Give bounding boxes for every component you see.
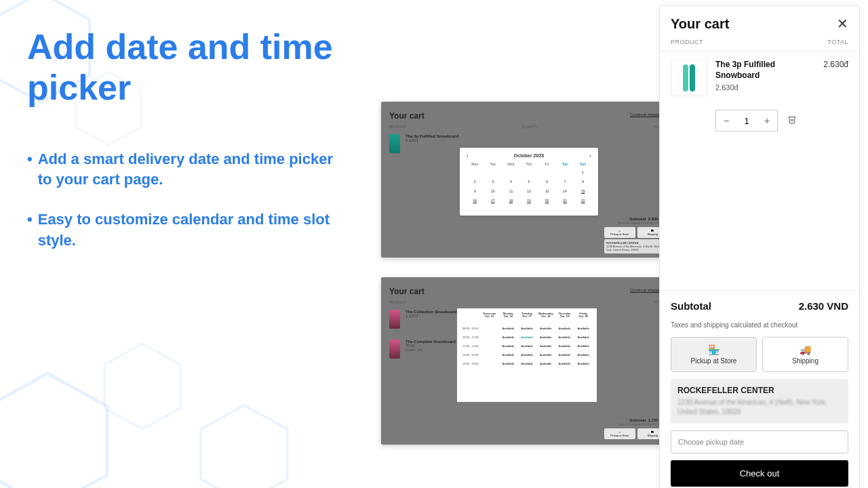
trash-icon[interactable] — [787, 115, 797, 127]
th-product: PRODUCT — [671, 39, 703, 45]
bullet-text: Add a smart delivery date and time picke… — [38, 149, 339, 191]
store-name: ROCKEFELLER CENTER — [677, 386, 842, 395]
quantity-stepper: − 1 + — [715, 110, 778, 131]
qty-minus-button[interactable]: − — [716, 110, 736, 131]
page-headline: Add date and time picker — [27, 27, 380, 108]
product-image — [671, 60, 707, 96]
product-thumb — [389, 340, 400, 359]
product-price: 2.630đ — [715, 83, 815, 92]
subtotal-label: Subtotal — [671, 300, 711, 312]
bullet-item: •Easy to customize calendar and time slo… — [27, 209, 339, 251]
qty-value: 1 — [736, 116, 757, 126]
truck-icon: 🚚 — [766, 344, 845, 355]
cart-title: Your cart — [671, 16, 729, 32]
timeslot-popup: 08:00 - 10:0010:00 - 12:0012:00 - 14:001… — [457, 308, 597, 402]
bullet-list: •Add a smart delivery date and time pick… — [27, 149, 339, 251]
svg-marker-3 — [104, 344, 180, 429]
bullet-item: •Add a smart delivery date and time pick… — [27, 149, 339, 191]
shipping-option[interactable]: 🚚Shipping — [762, 337, 848, 372]
svg-marker-2 — [0, 373, 107, 488]
store-info: ROCKEFELLER CENTER 1230 Avenue of the Am… — [671, 379, 848, 424]
pickup-date-input[interactable]: Choose pickup date — [671, 430, 848, 453]
store-address: 1230 Avenue of the Americas, 4 (Nwfl), N… — [677, 398, 842, 417]
preview-timeslots: Your cart Continue shopping PRODUCTTOTAL… — [381, 277, 672, 445]
qty-plus-button[interactable]: + — [757, 110, 777, 131]
cart-panel: Your cart ✕ PRODUCTTOTAL The 3p Fulfille… — [659, 5, 860, 488]
pickup-option[interactable]: 🏪Pickup at Store — [671, 337, 757, 372]
store-icon: 🏪 — [674, 344, 753, 355]
close-icon[interactable]: ✕ — [837, 16, 848, 32]
tax-note: Taxes and shipping calculated at checkou… — [660, 321, 859, 337]
product-name: The 3p Fulfilled Snowboard — [715, 60, 815, 81]
product-thumb — [389, 310, 400, 329]
checkout-button[interactable]: Check out — [671, 460, 848, 487]
line-total: 2.630đ — [823, 60, 848, 96]
bullet-text: Easy to customize calendar and time slot… — [38, 209, 339, 251]
svg-marker-4 — [201, 405, 288, 488]
cart-item: The 3p Fulfilled Snowboard 2.630đ 2.630đ — [660, 51, 859, 104]
preview-title: Your cart — [381, 277, 672, 300]
th-total: TOTAL — [827, 39, 848, 45]
subtotal-value: 2.630 VND — [799, 300, 848, 312]
